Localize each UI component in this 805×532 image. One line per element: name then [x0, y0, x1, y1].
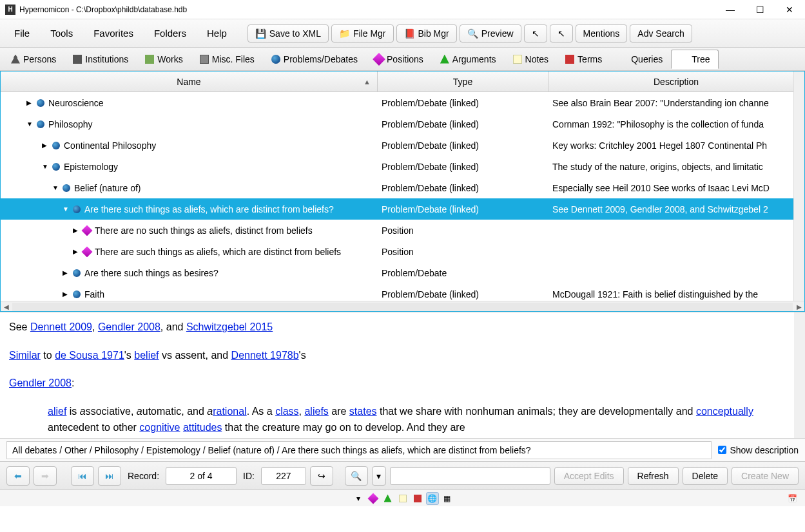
status-globe-icon[interactable]: 🌐 — [426, 492, 439, 505]
nav-forward-button[interactable]: ➡ — [34, 466, 57, 486]
mentions-button[interactable]: Mentions — [576, 24, 628, 43]
expander-icon[interactable]: ▼ — [63, 205, 70, 213]
blue-icon — [271, 55, 280, 64]
link-aliefs[interactable]: aliefs — [304, 406, 328, 417]
status-position-icon[interactable] — [367, 492, 380, 505]
refresh-button[interactable]: Refresh — [628, 467, 679, 485]
tree-row[interactable]: ▶Are there such things as besires?Proble… — [1, 262, 804, 283]
expander-icon[interactable]: ▶ — [73, 227, 81, 234]
description-scrollbar[interactable] — [794, 312, 805, 438]
tree-row[interactable]: ▼EpistemologyProblem/Debate (linked)The … — [1, 156, 804, 177]
tab-positions[interactable]: Positions — [366, 50, 432, 69]
menu-file[interactable]: File — [5, 24, 39, 43]
link-dennett-2009[interactable]: Dennett 2009 — [30, 321, 92, 332]
show-description-checkbox[interactable]: Show description — [718, 445, 799, 455]
status-argument-icon[interactable] — [382, 492, 394, 505]
close-button[interactable]: ✕ — [782, 2, 797, 17]
expander-icon[interactable]: ▼ — [52, 184, 60, 191]
accept-edits-button[interactable]: Accept Edits — [554, 467, 624, 485]
search-button[interactable]: 🔍 — [345, 466, 368, 486]
nav-first-button[interactable]: ⏮ — [71, 466, 94, 486]
menu-help[interactable]: Help — [198, 24, 236, 43]
search-input[interactable] — [390, 467, 550, 485]
search-dropdown-button[interactable]: ▾ — [372, 466, 386, 486]
link-dennett-1978b[interactable]: Dennett 1978b — [231, 350, 299, 361]
tree-row[interactable]: ▼PhilosophyProblem/Debate (linked)Cornma… — [1, 113, 804, 135]
nav-last-button[interactable]: ⏭ — [98, 466, 121, 486]
tab-persons[interactable]: Persons — [3, 50, 64, 69]
link-class[interactable]: class — [275, 406, 298, 417]
pointer-a-button[interactable]: ↖ — [524, 24, 547, 43]
record-input[interactable] — [166, 467, 237, 485]
status-panel-icon[interactable]: ▦ — [441, 492, 454, 505]
id-input[interactable] — [261, 467, 306, 485]
status-dropdown-icon[interactable]: ▾ — [352, 492, 365, 505]
tree-row[interactable]: ▼Belief (nature of)Problem/Debate (linke… — [1, 177, 804, 198]
bib-mgr-button[interactable]: 📕Bib Mgr — [396, 24, 457, 43]
expander-icon[interactable]: ▶ — [73, 248, 81, 255]
link-cognitive[interactable]: cognitive — [139, 422, 180, 433]
scroll-right-icon[interactable]: ▶ — [793, 301, 804, 312]
tree-row[interactable]: ▶There are no such things as aliefs, dis… — [1, 220, 804, 241]
tree-row[interactable]: ▼Are there such things as aliefs, which … — [1, 198, 804, 220]
expander-icon[interactable]: ▶ — [63, 269, 70, 276]
preview-button[interactable]: 🔍Preview — [460, 24, 521, 43]
nav-back-button[interactable]: ⬅ — [6, 466, 30, 486]
menu-favorites[interactable]: Favorites — [84, 24, 142, 43]
column-header-type[interactable]: Type — [378, 71, 548, 91]
create-new-button[interactable]: Create New — [732, 467, 799, 485]
vertical-scrollbar[interactable] — [793, 71, 804, 301]
link-schwitzgebel-2015[interactable]: Schwitzgebel 2015 — [186, 321, 273, 332]
column-header-description[interactable]: Description — [548, 71, 804, 91]
adv-search-button[interactable]: Adv Search — [630, 24, 692, 43]
id-label: ID: — [243, 471, 255, 481]
link-de-sousa-1971[interactable]: de Sousa 1971 — [55, 350, 124, 361]
minimize-button[interactable]: — — [723, 2, 738, 17]
menu-tools[interactable]: Tools — [41, 24, 82, 43]
link-belief[interactable]: belief — [134, 350, 159, 361]
tab-misc-files[interactable]: Misc. Files — [191, 50, 263, 69]
breadcrumb-input[interactable] — [6, 441, 712, 459]
tree-row[interactable]: ▶There are such things as aliefs, which … — [1, 241, 804, 262]
link-attitudes[interactable]: attitudes — [183, 422, 222, 433]
tab-terms[interactable]: Terms — [557, 50, 610, 69]
pointer-b-button[interactable]: ↖ — [550, 24, 573, 43]
link-states[interactable]: states — [349, 406, 377, 417]
link-gendler-2008[interactable]: Gendler 2008 — [98, 321, 160, 332]
tab-notes[interactable]: Notes — [505, 50, 558, 69]
expander-icon[interactable]: ▼ — [42, 163, 50, 170]
tree-row[interactable]: ▶FaithProblem/Debate (linked)McDougall 1… — [1, 283, 804, 301]
tab-arguments[interactable]: Arguments — [432, 50, 505, 69]
tree-node-name: Are there such things as besires? — [84, 268, 218, 278]
expander-icon[interactable]: ▼ — [26, 120, 34, 128]
scroll-left-icon[interactable]: ◀ — [1, 301, 12, 312]
expander-icon[interactable]: ▶ — [42, 142, 50, 149]
expander-icon[interactable]: ▶ — [26, 99, 34, 106]
maximize-button[interactable]: ☐ — [752, 2, 768, 17]
link-conceptually[interactable]: conceptually — [696, 406, 753, 417]
status-note-icon[interactable] — [396, 492, 409, 505]
status-calendar-icon[interactable]: 📅 — [786, 492, 799, 505]
link-similar[interactable]: Similar — [9, 350, 41, 361]
status-term-icon[interactable] — [411, 492, 424, 505]
goto-button[interactable]: ↪ — [310, 466, 333, 486]
tree-row[interactable]: ▶NeuroscienceProblem/Debate (linked)See … — [1, 92, 804, 113]
tree-row[interactable]: ▶Continental PhilosophyProblem/Debate (l… — [1, 135, 804, 156]
link-gendler-2008b[interactable]: Gendler 2008 — [9, 377, 72, 388]
tab-works[interactable]: Works — [137, 50, 191, 69]
expander-icon[interactable]: ▶ — [63, 290, 70, 298]
horizontal-scrollbar[interactable]: ◀ ▶ — [1, 301, 804, 312]
menu-folders[interactable]: Folders — [145, 24, 195, 43]
save-xml-button[interactable]: 💾Save to XML — [247, 24, 329, 43]
tab-tree[interactable]: Tree — [671, 50, 718, 69]
delete-button[interactable]: Delete — [683, 467, 728, 485]
tab-queries[interactable]: Queries — [610, 50, 671, 69]
tab-institutions[interactable]: Institutions — [64, 50, 137, 69]
app-icon: H — [5, 5, 15, 15]
column-header-name[interactable]: Name▲ — [1, 71, 378, 91]
tab-problems-debates[interactable]: Problems/Debates — [263, 50, 366, 69]
link-alief[interactable]: alief — [48, 406, 66, 417]
link-rational[interactable]: rational — [213, 406, 246, 417]
tree-node-name: Faith — [84, 289, 104, 299]
file-mgr-button[interactable]: 📁File Mgr — [331, 24, 394, 43]
